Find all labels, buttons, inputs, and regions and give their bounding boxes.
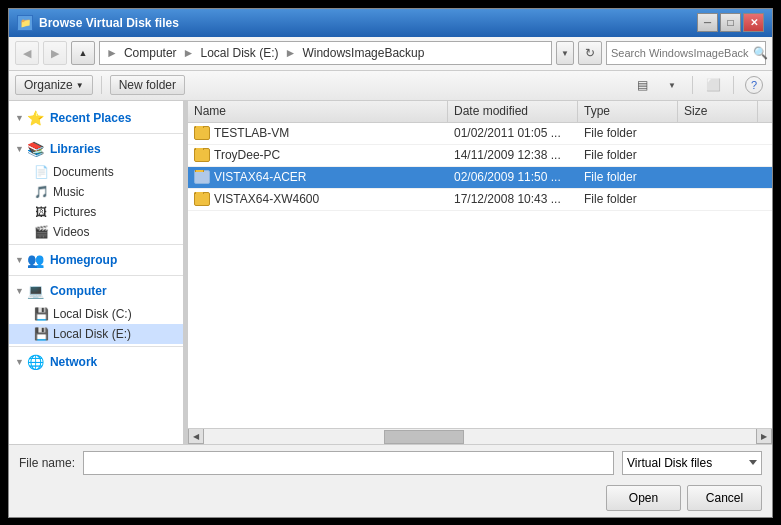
column-header-name[interactable]: Name	[188, 101, 448, 122]
main-area: ▼ ⭐ Recent Places ▼ 📚 Libraries 📄 Docume…	[9, 101, 772, 444]
file-date-cell: 17/12/2008 10:43 ...	[448, 192, 578, 206]
toolbar: Organize ▼ New folder ▤ ▼ ⬜ ?	[9, 71, 772, 101]
libraries-label: Libraries	[50, 142, 101, 156]
sidebar-item-videos[interactable]: 🎬 Videos	[9, 222, 183, 242]
forward-button[interactable]: ▶	[43, 41, 67, 65]
preview-pane-icon: ⬜	[706, 78, 721, 92]
sidebar-item-music[interactable]: 🎵 Music	[9, 182, 183, 202]
sidebar-divider-1	[9, 133, 183, 134]
sidebar-item-libraries[interactable]: ▼ 📚 Libraries	[9, 136, 183, 162]
file-type-cell: File folder	[578, 126, 678, 140]
file-type-cell: File folder	[578, 192, 678, 206]
view-details-button[interactable]: ▤	[630, 73, 654, 97]
column-header-date[interactable]: Date modified	[448, 101, 578, 122]
music-label: Music	[53, 185, 84, 199]
back-button[interactable]: ◀	[15, 41, 39, 65]
folder-icon	[194, 148, 210, 162]
table-row[interactable]: TESTLAB-VM 01/02/2011 01:05 ... File fol…	[188, 123, 772, 145]
collapse-arrow-libraries: ▼	[15, 144, 24, 154]
local-disk-c-icon: 💾	[33, 306, 49, 322]
search-input[interactable]	[611, 47, 749, 59]
path-sep-2: ►	[285, 46, 297, 60]
sidebar-item-documents[interactable]: 📄 Documents	[9, 162, 183, 182]
sidebar-divider-2	[9, 244, 183, 245]
file-type-cell: File folder	[578, 170, 678, 184]
open-button[interactable]: Open	[606, 485, 681, 511]
toolbar-separator	[101, 76, 102, 94]
hscroll-left-button[interactable]: ◀	[188, 428, 204, 444]
table-row[interactable]: VISTAX64-ACER 02/06/2009 11:50 ... File …	[188, 167, 772, 189]
documents-icon: 📄	[33, 164, 49, 180]
refresh-button[interactable]: ↻	[578, 41, 602, 65]
hscrollbar-track[interactable]	[204, 429, 756, 444]
toolbar-separator-2	[692, 76, 693, 94]
path-windowsimagebackup[interactable]: WindowsImageBackup	[298, 45, 428, 61]
file-list-body: TESTLAB-VM 01/02/2011 01:05 ... File fol…	[188, 123, 772, 428]
sidebar-item-local-disk-c[interactable]: 💾 Local Disk (C:)	[9, 304, 183, 324]
cancel-label: Cancel	[706, 491, 743, 505]
libraries-icon: 📚	[26, 139, 46, 159]
sidebar-item-pictures[interactable]: 🖼 Pictures	[9, 202, 183, 222]
maximize-button[interactable]: □	[720, 13, 741, 32]
path-sep-1: ►	[183, 46, 195, 60]
sidebar-item-homegroup[interactable]: ▼ 👥 Homegroup	[9, 247, 183, 273]
folder-icon	[194, 170, 210, 184]
file-name: TESTLAB-VM	[214, 126, 289, 140]
hscroll-right-button[interactable]: ▶	[756, 428, 772, 444]
local-disk-e-icon: 💾	[33, 326, 49, 342]
sidebar-item-computer[interactable]: ▼ 💻 Computer	[9, 278, 183, 304]
horizontal-scrollbar[interactable]: ◀ ▶	[188, 428, 772, 444]
network-icon: 🌐	[26, 352, 46, 372]
path-local-disk[interactable]: Local Disk (E:)	[196, 45, 282, 61]
filetype-select[interactable]: Virtual Disk files	[622, 451, 762, 475]
computer-label: Computer	[50, 284, 107, 298]
sidebar-divider-3	[9, 275, 183, 276]
hscrollbar-thumb[interactable]	[384, 430, 464, 444]
collapse-arrow-homegroup: ▼	[15, 255, 24, 265]
titlebar-title: Browse Virtual Disk files	[39, 16, 697, 30]
collapse-arrow-computer: ▼	[15, 286, 24, 296]
organize-button[interactable]: Organize ▼	[15, 75, 93, 95]
up-button[interactable]: ▲	[71, 41, 95, 65]
table-row[interactable]: VISTAX64-XW4600 17/12/2008 10:43 ... Fil…	[188, 189, 772, 211]
addressbar: ◀ ▶ ▲ ► Computer ► Local Disk (E:) ► Win…	[9, 37, 772, 71]
search-icon: 🔍	[753, 46, 768, 60]
network-label: Network	[50, 355, 97, 369]
sidebar: ▼ ⭐ Recent Places ▼ 📚 Libraries 📄 Docume…	[9, 101, 184, 444]
sidebar-item-recent-places[interactable]: ▼ ⭐ Recent Places	[9, 105, 183, 131]
bottom-bar-filename: File name: Virtual Disk files	[9, 444, 772, 481]
sidebar-item-local-disk-e[interactable]: 💾 Local Disk (E:)	[9, 324, 183, 344]
videos-label: Videos	[53, 225, 89, 239]
toolbar-separator-3	[733, 76, 734, 94]
new-folder-button[interactable]: New folder	[110, 75, 185, 95]
sidebar-item-network[interactable]: ▼ 🌐 Network	[9, 349, 183, 375]
column-header-type[interactable]: Type	[578, 101, 678, 122]
file-pane: Name Date modified Type Size TESTLAB-VM …	[188, 101, 772, 444]
column-header-size[interactable]: Size	[678, 101, 758, 122]
sidebar-divider-4	[9, 346, 183, 347]
open-label: Open	[629, 491, 658, 505]
collapse-arrow-network: ▼	[15, 357, 24, 367]
table-row[interactable]: TroyDee-PC 14/11/2009 12:38 ... File fol…	[188, 145, 772, 167]
computer-icon: 💻	[26, 281, 46, 301]
cancel-button[interactable]: Cancel	[687, 485, 762, 511]
file-name-cell: VISTAX64-ACER	[188, 170, 448, 184]
view-dropdown-button[interactable]: ▼	[660, 73, 684, 97]
address-dropdown-button[interactable]: ▼	[556, 41, 574, 65]
documents-label: Documents	[53, 165, 114, 179]
close-button[interactable]: ✕	[743, 13, 764, 32]
preview-pane-button[interactable]: ⬜	[701, 73, 725, 97]
file-type-cell: File folder	[578, 148, 678, 162]
organize-label: Organize	[24, 78, 73, 92]
address-path: ► Computer ► Local Disk (E:) ► WindowsIm…	[99, 41, 552, 65]
filename-input[interactable]	[83, 451, 614, 475]
organize-dropdown-icon: ▼	[76, 81, 84, 90]
file-date-cell: 01/02/2011 01:05 ...	[448, 126, 578, 140]
bottom-bar-buttons: Open Cancel	[9, 481, 772, 517]
recent-places-label: Recent Places	[50, 111, 131, 125]
path-computer[interactable]: Computer	[120, 45, 181, 61]
minimize-button[interactable]: ─	[697, 13, 718, 32]
file-name: VISTAX64-ACER	[214, 170, 306, 184]
help-button[interactable]: ?	[742, 73, 766, 97]
help-icon: ?	[745, 76, 763, 94]
